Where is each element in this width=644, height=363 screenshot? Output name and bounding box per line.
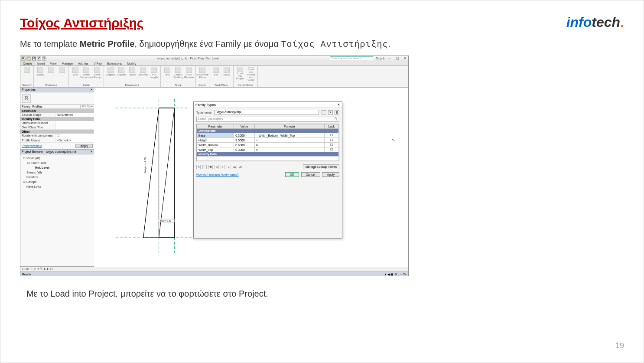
tree-node[interactable]: ⊟ Views (all) (22, 156, 93, 160)
param-row[interactable]: Width_Top0.3000=☐ (197, 147, 339, 152)
ribbon-tab[interactable]: Insert (35, 61, 48, 65)
ribbon-button[interactable]: Show (222, 67, 231, 80)
apply-button[interactable]: Apply (322, 172, 339, 177)
property-row[interactable]: OmniClass Number (20, 121, 94, 125)
ribbon-button[interactable]: Arc Length (149, 67, 159, 80)
apply-button[interactable]: Apply (75, 144, 93, 148)
redo-icon[interactable]: ↷ (42, 56, 46, 61)
ribbon-btn-icon (175, 67, 181, 73)
ribbon-tab[interactable]: Manage (59, 61, 75, 65)
parameters-table: ParameterValueFormulaLockDimensionsBase0… (196, 124, 339, 161)
sort-asc-icon[interactable]: A↓ (233, 165, 237, 169)
maximize-icon[interactable]: ▢ (396, 56, 399, 60)
tree-node[interactable]: Revit Links (22, 184, 93, 189)
signin-button[interactable]: Sign In (373, 57, 388, 60)
cancel-button[interactable]: Cancel (301, 172, 320, 177)
move-down-icon[interactable]: ↓ (227, 165, 231, 169)
ribbon-button[interactable]: Check Spelling (173, 67, 183, 80)
help-link[interactable]: How do I manage family types? (196, 173, 239, 176)
ribbon-tab[interactable]: V-Ray (91, 61, 104, 65)
search-parameters-input[interactable]: Search parameters 🔍 (196, 117, 339, 122)
modify-param-icon[interactable]: fx (215, 165, 219, 169)
ribbon-tab[interactable]: Modify (124, 61, 139, 65)
ribbon-button[interactable] (46, 67, 56, 80)
ribbon-button[interactable]: Modify (36, 67, 45, 80)
move-up-icon[interactable]: ↑ (221, 165, 225, 169)
ribbon-button[interactable]: Detail Component (81, 67, 91, 80)
rename-type-icon[interactable]: ✎ (328, 110, 333, 115)
close-icon[interactable]: ✕ (403, 56, 407, 60)
ribbon-button[interactable]: Detail Group (92, 67, 102, 80)
new-param-icon[interactable]: 📄 (202, 165, 207, 169)
manage-lookup-button[interactable]: Manage Lookup Tables (303, 164, 339, 169)
type-name-select[interactable]: Τοίχος Αντιστήριξης (214, 110, 319, 115)
ribbon-btn-icon (151, 67, 157, 73)
tree-node[interactable]: ⊞ Groups (22, 180, 93, 184)
delete-param-icon[interactable]: 🗑 (208, 165, 213, 169)
open-icon[interactable]: 📂 (26, 56, 31, 61)
tree-node[interactable]: Families (22, 175, 93, 180)
param-row[interactable]: Base0.3000= Width_Bottom - Width_Top☐ (197, 133, 339, 138)
param-row[interactable]: Width_Bottom0.6000=☐ (197, 143, 339, 147)
tree-node[interactable]: Ref. Level (22, 165, 93, 170)
type-name-label: Type name: (196, 111, 212, 114)
ribbon-button[interactable]: Text (163, 67, 172, 80)
family-selector[interactable]: Family: Profiles (20, 105, 81, 108)
param-row[interactable]: Height3.0000=☐ (197, 138, 339, 143)
ribbon-button[interactable]: Aligned (106, 67, 115, 80)
ribbon-button[interactable]: Diameter (138, 67, 148, 80)
ribbon-button[interactable]: Set (211, 67, 221, 80)
tree-expand-icon[interactable]: ⊞ (23, 180, 26, 184)
ribbon-button[interactable]: Radial (127, 67, 137, 80)
ribbon-button[interactable] (22, 67, 32, 80)
ok-button[interactable]: OK (285, 172, 299, 177)
ribbon-tab[interactable]: Add-Ins (75, 61, 91, 65)
delete-type-icon[interactable]: 🗑 (335, 110, 339, 115)
ribbon-panel: Reference PlaneDatum (196, 66, 209, 87)
view-control-bar[interactable]: 1 : 10 ▢ 🖨 👁 🔧 ◐ ◧ ⫿ ⟨ (20, 267, 408, 271)
ribbon-button[interactable]: Load into Project (235, 67, 245, 80)
app-menu-icon[interactable]: R (21, 56, 26, 61)
ribbon-tab[interactable]: View (48, 61, 59, 65)
tree-expand-icon[interactable]: ⊟ (27, 160, 30, 165)
ribbon-btn-icon (72, 67, 78, 73)
undo-icon[interactable]: ↶ (37, 56, 41, 61)
ribbon-button[interactable]: Line (71, 67, 80, 80)
quick-access-toolbar[interactable]: R 📂 💾 ↶ ↷ (20, 56, 46, 61)
property-row[interactable]: Section ShapeNot Defined (20, 113, 94, 117)
drawing-canvas[interactable]: Height = 3.00 Base = 0.30 Family Types ✕… (94, 88, 408, 267)
ribbon-btn-icon (164, 67, 170, 73)
ribbon-tab[interactable]: Extensions (104, 61, 124, 65)
minimize-icon[interactable]: — (388, 56, 391, 60)
tree-expand-icon[interactable]: ⊟ (23, 156, 26, 160)
close-icon[interactable]: ✕ (90, 88, 93, 92)
close-icon[interactable]: ✕ (90, 150, 93, 154)
tree-node[interactable]: ⊟ Floor Plans (22, 160, 93, 165)
ribbon-button[interactable]: Reference Plane (198, 67, 207, 80)
property-row[interactable]: Rotate with component☐ (20, 134, 94, 138)
logo-tech: tech (592, 14, 620, 30)
ribbon-button[interactable] (57, 67, 67, 80)
ribbon-btn-icon (37, 67, 43, 73)
tree-node[interactable]: Sheets (all) (22, 170, 93, 175)
property-row[interactable]: OmniClass Title (20, 125, 94, 130)
slide-title: Τοίχος Αντιστήριξης (20, 16, 624, 30)
edit-type-button[interactable]: Edit Type (81, 105, 94, 108)
edit-param-icon[interactable]: ✎ (196, 165, 201, 169)
close-icon[interactable]: ✕ (337, 103, 340, 107)
ribbon-button[interactable]: Find/ Replace (184, 67, 194, 80)
sort-desc-icon[interactable]: A↑ (239, 165, 243, 169)
ribbon-tab[interactable]: Create (20, 61, 35, 65)
project-browser-tree[interactable]: ⊟ Views (all)⊟ Floor Plans Ref. Level Sh… (20, 154, 94, 267)
properties-help-link[interactable]: Properties help (22, 144, 42, 147)
ribbon-button[interactable]: Angular (117, 67, 126, 80)
help-search-input[interactable]: Type a keyword or phrase (330, 56, 373, 60)
save-icon[interactable]: 💾 (32, 56, 36, 61)
ribbon-button[interactable]: Load into Project and Close (246, 67, 256, 80)
param-toolbar: ✎ 📄 🗑 fx ↑ ↓ A↓ A↑ (196, 165, 244, 169)
param-section: Identity Data (197, 152, 339, 157)
ribbon-btn-icon (140, 67, 146, 73)
property-row[interactable]: Profile Usage<Generic> (20, 138, 94, 143)
new-type-icon[interactable]: 📄 (322, 110, 326, 115)
svg-text:Height = 3.00: Height = 3.00 (144, 157, 146, 173)
